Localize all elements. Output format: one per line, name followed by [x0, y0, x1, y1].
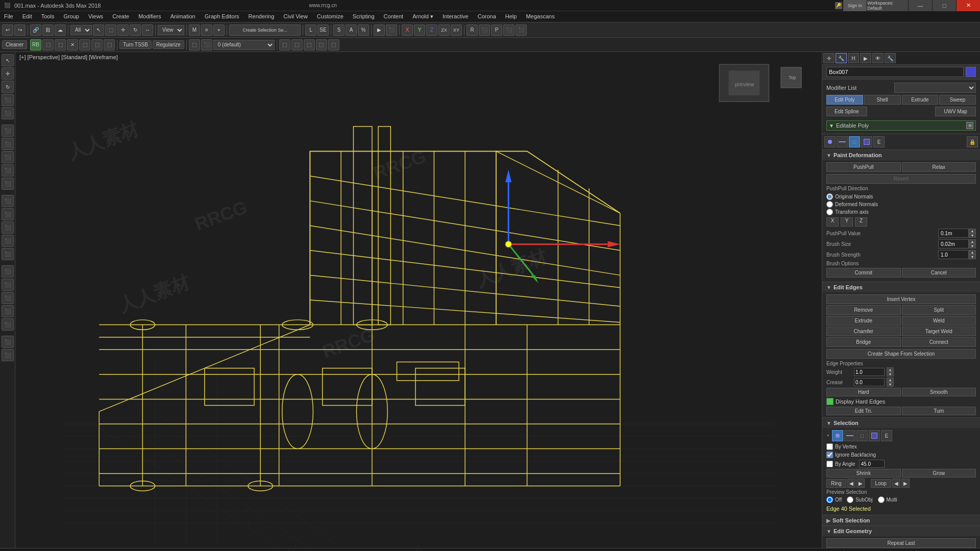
lp-helper1[interactable]: ⬛ [2, 265, 14, 278]
default-select[interactable]: 0 (default) [213, 40, 275, 50]
z-axis-btn[interactable]: Z [855, 217, 867, 227]
sel-vertex-icon[interactable] [832, 430, 843, 441]
menu-create[interactable]: Create [108, 12, 133, 21]
preview-off-radio[interactable] [826, 496, 833, 503]
lp-scale[interactable]: ⬛ [2, 94, 14, 106]
menu-file[interactable]: File [0, 12, 17, 21]
menu-arnold[interactable]: Arnold ▾ [408, 12, 437, 21]
menu-interactive[interactable]: Interactive [438, 12, 473, 21]
rb-button[interactable]: RB [30, 39, 41, 51]
tb2-btn2[interactable]: ⬚ [55, 39, 66, 51]
editable-poly-settings[interactable]: ⚙ [966, 122, 973, 129]
lp-tool7[interactable]: ⬛ [2, 138, 14, 150]
menu-customize[interactable]: Customize [313, 12, 348, 21]
y-axis[interactable]: Y [414, 24, 425, 36]
extra-btn2[interactable]: ⬛ [479, 24, 490, 36]
z-axis[interactable]: Z [426, 24, 437, 36]
tb2-icon1[interactable]: ⬚ [189, 39, 200, 51]
loop-prev[interactable]: ◀ [892, 479, 900, 488]
split-button[interactable]: Split [902, 305, 976, 315]
lp-helper2[interactable]: ⬛ [2, 279, 14, 291]
sign-in-button[interactable]: Sign In [843, 0, 867, 11]
polygon-icon[interactable] [861, 136, 872, 147]
loop-button[interactable]: Loop [871, 479, 891, 488]
viewport-nav-cube[interactable]: Top [771, 62, 812, 93]
ignore-backfacing-checkbox[interactable] [826, 452, 833, 458]
xy-axis[interactable]: ZX [438, 24, 450, 36]
commit-button[interactable]: Commit [826, 268, 901, 278]
align-options[interactable]: ⌖ [213, 24, 225, 36]
sel-edge-icon[interactable] [844, 430, 855, 441]
align-button[interactable]: ≡ [201, 24, 212, 36]
minimize-button[interactable]: — [909, 0, 932, 11]
lp-tool5[interactable]: ⬛ [2, 107, 14, 119]
sign-in-area[interactable]: 🔑 [835, 2, 842, 9]
turn-button[interactable]: Turn [902, 407, 976, 415]
xyz-axis[interactable]: XY [451, 24, 462, 36]
element-icon[interactable]: E [873, 136, 885, 147]
menu-help[interactable]: Help [501, 12, 521, 21]
deformed-normals-radio[interactable] [826, 201, 833, 208]
tb2-icon5[interactable]: ⬚ [304, 39, 315, 51]
brush-size-input[interactable] [938, 239, 969, 248]
brush-size-down[interactable]: ▼ [969, 244, 976, 248]
lp-create2[interactable]: ⬛ [2, 208, 14, 220]
tb2-btn6[interactable]: ⬚ [104, 39, 115, 51]
ring-prev[interactable]: ◀ [847, 479, 855, 488]
unlink-button[interactable]: ⛓ [42, 24, 54, 36]
brush-strength-down[interactable]: ▼ [969, 255, 976, 259]
extrude-button[interactable]: Extrude [902, 95, 939, 105]
tb2-btn5[interactable]: ⬚ [91, 39, 103, 51]
ring-next[interactable]: ▶ [856, 479, 865, 488]
tb2-icon3[interactable]: ⬚ [279, 39, 290, 51]
select-button[interactable]: ↖ [93, 24, 104, 36]
relax-button[interactable]: Relax [902, 162, 976, 172]
selection-header[interactable]: ▼ Selection [822, 418, 980, 428]
brush-size-up[interactable]: ▲ [969, 239, 976, 244]
weight-down[interactable]: ▼ [887, 372, 894, 377]
cancel-button[interactable]: Cancel [902, 268, 976, 278]
grow-button[interactable]: Grow [902, 469, 976, 478]
target-weld-button[interactable]: Target Weld [902, 327, 976, 336]
transform-axis-radio[interactable] [826, 209, 833, 215]
rp-tab-modify[interactable]: 🔧 [836, 53, 847, 63]
edge-icon[interactable] [837, 136, 848, 147]
turn-tssb-button[interactable]: Turn TSSB [119, 40, 152, 49]
extrude-edge-button[interactable]: Extrude [826, 316, 901, 325]
rp-tab-utilities[interactable]: 🔧 [885, 53, 896, 63]
ring-button[interactable]: Ring [826, 479, 846, 488]
lp-helper3[interactable]: ⬛ [2, 292, 14, 304]
lock-icon[interactable]: 🔒 [967, 136, 978, 147]
menu-content[interactable]: Content [380, 12, 408, 21]
edit-poly-modifier[interactable]: Edit Poly [826, 95, 863, 105]
brush-strength-input[interactable] [938, 250, 969, 259]
original-normals-radio[interactable] [826, 193, 833, 200]
object-color-swatch[interactable] [966, 67, 976, 77]
create-shape-button[interactable]: Create Shape From Selection [826, 349, 976, 359]
hard-button[interactable]: Hard [826, 388, 901, 396]
tb2-icon2[interactable]: ⬛ [201, 39, 212, 51]
lp-create5[interactable]: ⬛ [2, 248, 14, 260]
close-button[interactable]: ✕ [957, 0, 980, 11]
cleaner-button[interactable]: Cleaner [2, 40, 27, 49]
layer-button[interactable]: L [305, 24, 316, 36]
create-selection-button[interactable]: Create Selection Se... [229, 24, 301, 36]
menu-animation[interactable]: Animation [166, 12, 200, 21]
tb2-btn3[interactable]: ✕ [67, 39, 78, 51]
crease-input[interactable] [854, 378, 885, 386]
menu-views[interactable]: Views [84, 12, 107, 21]
pushpull-down[interactable]: ▼ [969, 233, 976, 238]
preview-subobj-radio[interactable] [847, 496, 853, 503]
pushpull-button[interactable]: PushPull [826, 162, 901, 172]
filter-select[interactable]: All [70, 25, 92, 35]
pushpull-value-input[interactable] [938, 229, 969, 238]
pushpull-up[interactable]: ▲ [969, 229, 976, 233]
menu-megascans[interactable]: Megascans [522, 12, 558, 21]
rotate-button[interactable]: ↻ [130, 24, 141, 36]
vertex-icon[interactable] [824, 136, 836, 147]
x-axis[interactable]: X [402, 24, 413, 36]
link-button[interactable]: 🔗 [30, 24, 41, 36]
lp-tool6[interactable]: ⬛ [2, 124, 14, 137]
select-move-button[interactable]: ✛ [117, 24, 129, 36]
rp-tab-display[interactable]: 👁 [872, 53, 884, 63]
